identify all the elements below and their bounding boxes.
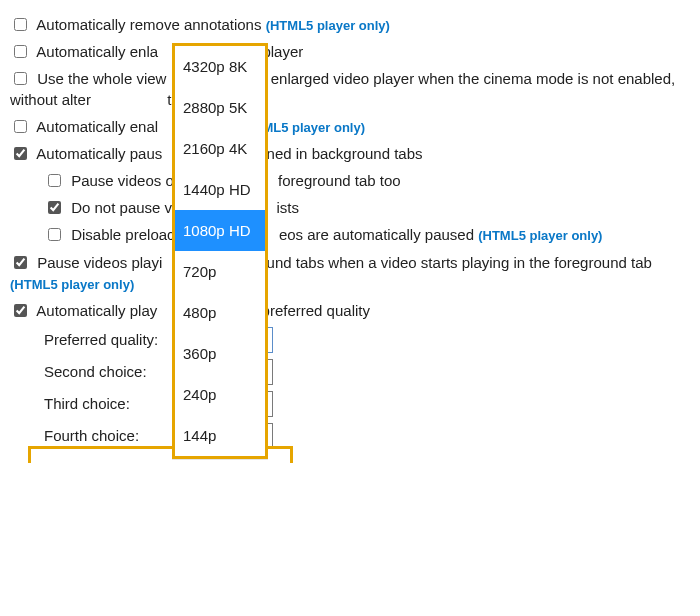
dropdown-option[interactable]: 4320p 8K xyxy=(175,46,265,87)
opt-label: eos are automatically paused xyxy=(279,226,474,243)
opt-enl2: Automatically enal ML5 player only) xyxy=(10,116,690,137)
opt-label: Automatically enal xyxy=(36,118,158,135)
second-choice-label: Second choice: xyxy=(44,361,169,382)
dropdown-option[interactable]: 480p xyxy=(175,292,265,333)
html5-note: (HTML5 player only) xyxy=(10,277,134,292)
html5-note: (HTML5 player only) xyxy=(266,18,390,33)
html5-note: ML5 player only) xyxy=(262,120,365,135)
opt-label: Pause videos playi xyxy=(37,254,162,271)
fourth-choice-row: Fourth choice: 360p ▼ xyxy=(44,423,690,449)
opt-label: Automatically play xyxy=(36,302,157,319)
opt-label: ists xyxy=(276,199,299,216)
dropdown-option[interactable]: 240p xyxy=(175,374,265,415)
opt-label: Use the whole view xyxy=(37,70,166,87)
opt-remove-annotations: Automatically remove annotations (HTML5 … xyxy=(10,14,690,35)
opt-label: preferred quality xyxy=(262,302,370,319)
opt-enl2-checkbox[interactable] xyxy=(14,120,27,133)
preferred-quality-row: Preferred quality: 1080p HD ▼ xyxy=(44,327,690,353)
dropdown-option[interactable]: 720p xyxy=(175,251,265,292)
opt-label: player xyxy=(262,43,303,60)
dropdown-option[interactable]: 360p xyxy=(175,333,265,374)
fourth-choice-label: Fourth choice: xyxy=(44,425,169,446)
html5-note: (HTML5 player only) xyxy=(478,228,602,243)
dropdown-option[interactable]: 2880p 5K xyxy=(175,87,265,128)
preferred-quality-label: Preferred quality: xyxy=(44,329,169,350)
quality-dropdown: 4320p 8K2880p 5K2160p 4K1440p HD1080p HD… xyxy=(172,43,268,459)
dropdown-option[interactable]: 1440p HD xyxy=(175,169,265,210)
opt-label: Pause videos o xyxy=(71,172,174,189)
opt-disable-preload: Disable preloac eos are automatically pa… xyxy=(10,224,690,245)
opt-autoplay-quality-checkbox[interactable] xyxy=(14,304,27,317)
opt-label: Automatically remove annotations xyxy=(36,16,261,33)
opt-nopause-playlists: Do not pause v ists xyxy=(10,197,690,218)
second-choice-row: Second choice: 720p ▼ xyxy=(44,359,690,385)
opt-enlarge: Automatically enla player xyxy=(10,41,690,62)
opt-disable-preload-checkbox[interactable] xyxy=(48,228,61,241)
opt-nopause-playlists-checkbox[interactable] xyxy=(48,201,61,214)
opt-autoplay-quality: Automatically play preferred quality xyxy=(10,300,690,321)
opt-label: und tabs when a video starts playing in … xyxy=(267,254,652,271)
opt-wholeview-checkbox[interactable] xyxy=(14,72,27,85)
dropdown-option[interactable]: 1080p HD xyxy=(175,210,265,251)
opt-label: foreground tab too xyxy=(278,172,401,189)
opt-autopause: Automatically paus ned in background tab… xyxy=(10,143,690,164)
opt-label: Automatically enla xyxy=(36,43,158,60)
third-choice-row: Third choice: 480p ▼ xyxy=(44,391,690,417)
third-choice-label: Third choice: xyxy=(44,393,169,414)
opt-label: Automatically paus xyxy=(36,145,162,162)
opt-enlarge-checkbox[interactable] xyxy=(14,45,27,58)
opt-wholeview: Use the whole view enlarged video player… xyxy=(10,68,690,110)
opt-pause-fg-checkbox[interactable] xyxy=(48,174,61,187)
dropdown-option[interactable]: 144p xyxy=(175,415,265,456)
opt-label: ned in background tabs xyxy=(267,145,423,162)
opt-label: Do not pause v xyxy=(71,199,172,216)
opt-remove-annotations-checkbox[interactable] xyxy=(14,18,27,31)
opt-autopause-checkbox[interactable] xyxy=(14,147,27,160)
opt-pause-bg-checkbox[interactable] xyxy=(14,256,27,269)
opt-pause-bg: Pause videos playi und tabs when a video… xyxy=(10,252,690,294)
dropdown-option[interactable]: 2160p 4K xyxy=(175,128,265,169)
opt-label: Disable preloac xyxy=(71,226,174,243)
opt-pause-fg: Pause videos o foreground tab too xyxy=(10,170,690,191)
